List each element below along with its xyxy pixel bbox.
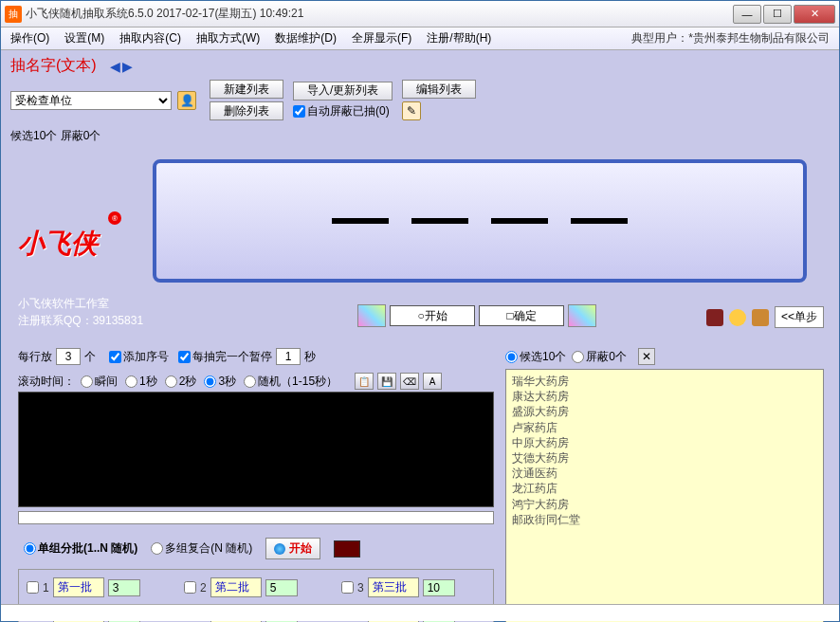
logo-text: 小飞侠 [18, 226, 98, 262]
list-item[interactable]: 汶通医药 [512, 466, 817, 481]
batch-checkbox[interactable] [341, 581, 354, 594]
batch-number: 1 [43, 581, 49, 595]
single-step-button[interactable]: <<单步 [775, 306, 824, 328]
batch-checkbox[interactable] [27, 581, 39, 594]
hand-icon[interactable] [752, 309, 769, 326]
start-button[interactable]: ○开始 [390, 305, 475, 326]
window-controls: — ☐ ✕ [733, 5, 835, 24]
list-item[interactable]: 瑞华大药房 [512, 374, 817, 389]
batch-name: 第一批 [53, 577, 104, 597]
erase-icon[interactable]: ⌫ [400, 373, 419, 390]
dash-icon [571, 218, 628, 224]
batch-item: 2第二批5 [184, 577, 328, 597]
minimize-button[interactable]: — [733, 5, 761, 24]
title-bar: 抽 小飞侠随机抽取系统6.5.0 2017-02-17(星期五) 10:49:2… [1, 1, 839, 27]
delete-list-button[interactable]: 删除列表 [210, 101, 283, 120]
user-label: 典型用户：*贵州泰邦生物制品有限公司 [628, 28, 833, 48]
batch-value: 5 [265, 579, 298, 596]
timer-icon[interactable] [706, 309, 723, 326]
decor-left-icon [357, 304, 386, 327]
per-row-label: 每行放 [18, 349, 52, 365]
menu-content[interactable]: 抽取内容(C) [116, 28, 185, 48]
scroll-label: 滚动时间： [18, 374, 75, 390]
batch-name: 第三批 [368, 577, 419, 597]
list-item[interactable]: 邮政街同仁堂 [512, 512, 817, 527]
batch-mode-row: 单组分批(1..N 随机) 多组复合(N 随机) 开始 [18, 532, 494, 565]
scroll-slider[interactable] [18, 511, 494, 524]
scroll-instant[interactable]: 瞬间 [81, 374, 118, 390]
list-item[interactable]: 艾德大药房 [512, 450, 817, 466]
new-list-button[interactable]: 新建列表 [210, 80, 283, 99]
edit-icon[interactable]: ✎ [402, 101, 421, 120]
dash-icon [411, 218, 468, 224]
batch-value: 3 [108, 579, 140, 596]
candidate-list[interactable]: 瑞华大药房康达大药房盛源大药房卢家药店中原大药房艾德大药房汶通医药龙江药店鸿宁大… [505, 369, 824, 622]
candidate-panel: 候选10个 屏蔽0个 ✕ 瑞华大药房康达大药房盛源大药房卢家药店中原大药房艾德大… [505, 348, 824, 622]
menu-fullscreen[interactable]: 全屏显示(F) [348, 28, 415, 48]
candidate-summary: 候选10个 屏蔽0个 [10, 128, 830, 144]
studio-info: 小飞侠软件工作室 注册联系QQ：39135831 [18, 295, 143, 329]
section-title: 抽名字(文本) [10, 56, 97, 76]
action-bar: ○开始 □确定 [357, 304, 596, 327]
person-icon[interactable]: 👤 [177, 91, 196, 110]
menu-action[interactable]: 操作(O) [7, 28, 53, 48]
menu-mode[interactable]: 抽取方式(W) [192, 28, 264, 48]
scroll-2s[interactable]: 2秒 [165, 374, 197, 390]
batch-checkbox[interactable] [184, 581, 196, 594]
clock-icon[interactable] [729, 309, 746, 326]
maximize-button[interactable]: ☐ [763, 5, 792, 24]
batch-item: 1第一批3 [27, 577, 171, 597]
font-icon[interactable]: A [423, 373, 442, 390]
scroll-3s[interactable]: 3秒 [204, 374, 236, 390]
list-item[interactable]: 鸿宁大药房 [512, 497, 817, 512]
edit-list-button[interactable]: 编辑列表 [402, 80, 476, 99]
side-toolbar: <<单步 [706, 306, 824, 328]
candidate-radio[interactable]: 候选10个 [505, 349, 566, 365]
contact-info: 注册联系QQ：39135831 [18, 312, 143, 329]
scroll-random[interactable]: 随机（1-15秒） [244, 374, 338, 390]
list-item[interactable]: 龙江药店 [512, 481, 817, 496]
list-item[interactable]: 卢家药店 [512, 420, 817, 435]
status-bar [1, 604, 839, 621]
play-icon [274, 543, 285, 555]
sec-label: 秒 [304, 349, 316, 365]
batch-number: 2 [200, 581, 207, 595]
pause-input[interactable] [276, 348, 301, 365]
hidden-radio[interactable]: 屏蔽0个 [572, 349, 627, 365]
list-item[interactable]: 中原大药房 [512, 435, 817, 450]
copy-icon[interactable]: 📋 [355, 373, 374, 390]
unit-combobox[interactable]: 受检查单位 [10, 91, 172, 110]
app-window: 抽 小飞侠随机抽取系统6.5.0 2017-02-17(星期五) 10:49:2… [0, 0, 840, 622]
app-icon: 抽 [5, 6, 22, 23]
list-item[interactable]: 康达大药房 [512, 389, 817, 404]
window-title: 小飞侠随机抽取系统6.5.0 2017-02-17(星期五) 10:49:21 [26, 6, 733, 22]
auto-hide-checkbox[interactable]: 自动屏蔽已抽(0) [293, 103, 393, 119]
batch-name: 第二批 [210, 577, 262, 597]
clear-icon[interactable]: ✕ [638, 348, 655, 365]
result-display [153, 159, 807, 283]
studio-name: 小飞侠软件工作室 [18, 295, 143, 312]
save-icon[interactable]: 💾 [377, 373, 396, 390]
batch-stop-button[interactable] [334, 540, 360, 558]
scroll-time-row: 滚动时间： 瞬间 1秒 2秒 3秒 随机（1-15秒） 📋 💾 ⌫ A [18, 373, 442, 390]
close-button[interactable]: ✕ [794, 5, 835, 24]
batch-start-button[interactable]: 开始 [265, 538, 320, 559]
add-seq-checkbox[interactable]: 添加序号 [109, 349, 169, 365]
batch-value: 10 [423, 579, 455, 596]
pause-checkbox[interactable]: 每抽完一个暂停 [178, 349, 272, 365]
per-row-input[interactable] [56, 348, 81, 365]
dash-icon [491, 218, 548, 224]
menu-help[interactable]: 注册/帮助(H) [423, 28, 495, 48]
menu-settings[interactable]: 设置(M) [61, 28, 108, 48]
list-item[interactable]: 盛源大药房 [512, 404, 817, 419]
output-area [18, 392, 494, 507]
content-area: 抽名字(文本) ◀▶ 受检查单位 👤 新建列表 删除列表 导入/更新列表 自动屏… [1, 50, 839, 621]
import-list-button[interactable]: 导入/更新列表 [293, 82, 393, 101]
confirm-button[interactable]: □确定 [479, 305, 564, 326]
scroll-1s[interactable]: 1秒 [125, 374, 157, 390]
nav-arrows-icon[interactable]: ◀▶ [110, 59, 135, 74]
decor-right-icon [568, 304, 596, 327]
menu-data[interactable]: 数据维护(D) [271, 28, 340, 48]
multi-batch-radio[interactable]: 多组复合(N 随机) [151, 540, 252, 557]
single-batch-radio[interactable]: 单组分批(1..N 随机) [24, 540, 137, 557]
